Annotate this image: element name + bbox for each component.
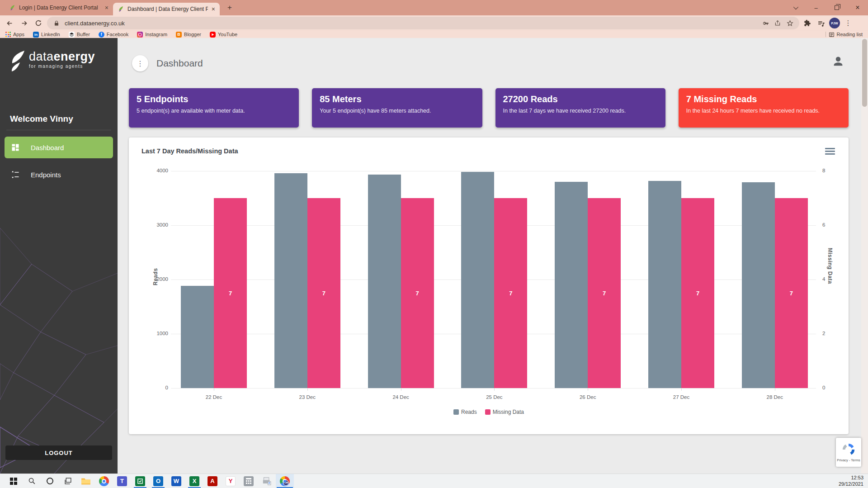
right-axis-tick-label: 8 [822, 168, 825, 173]
media-queue-icon[interactable] [816, 18, 826, 28]
tab-login[interactable]: Login | Data Energy Client Portal × [5, 0, 113, 15]
start-button[interactable] [5, 474, 23, 488]
teams-button[interactable]: T [113, 474, 131, 488]
tab-close-icon[interactable]: × [212, 5, 215, 13]
word-button[interactable]: W [167, 474, 185, 488]
excel-button[interactable]: X [185, 474, 203, 488]
bar-value-label: 7 [696, 290, 699, 297]
minimize-button[interactable]: – [806, 0, 826, 15]
x-axis-tick [307, 388, 308, 391]
bar-reads[interactable] [181, 286, 214, 388]
bookmark-facebook[interactable]: f Facebook [99, 32, 128, 38]
linkedin-icon: in [33, 32, 39, 38]
chart-legend: Reads Missing Data [129, 409, 849, 415]
legend-item-missing-data[interactable]: Missing Data [485, 409, 524, 415]
close-window-button[interactable]: × [847, 0, 868, 15]
bar-reads[interactable] [368, 175, 401, 388]
new-tab-button[interactable]: + [223, 1, 236, 14]
bar-reads[interactable] [555, 182, 588, 388]
file-explorer-button[interactable] [77, 474, 95, 488]
page-menu-button[interactable]: ⋮ [132, 55, 148, 71]
bar-missing-data[interactable]: 7 [681, 198, 714, 388]
chrome-button[interactable] [95, 474, 113, 488]
bar-missing-data[interactable]: 7 [588, 198, 621, 388]
taskbar-search-button[interactable] [23, 474, 41, 488]
legend-item-reads[interactable]: Reads [453, 409, 477, 415]
bookmark-instagram[interactable]: Instagram [137, 32, 167, 38]
chrome-icon: PJW [280, 476, 290, 486]
planner-button[interactable] [131, 474, 149, 488]
bar-reads[interactable] [742, 182, 775, 388]
right-axis-title: Missing Data [827, 248, 833, 284]
sidebar-item-endpoints[interactable]: Endpoints [5, 164, 113, 185]
bar-missing-data[interactable]: 7 [401, 198, 434, 388]
restore-button[interactable] [826, 0, 847, 15]
browser-menu-icon[interactable]: ⋮ [843, 18, 854, 28]
bookmark-buffer[interactable]: Buffer [69, 32, 90, 38]
bar-reads[interactable] [274, 173, 307, 388]
x-axis-label: 23 Dec [287, 394, 328, 400]
buffer-icon [69, 32, 75, 38]
cortana-button[interactable] [41, 474, 59, 488]
bar-missing-data[interactable]: 7 [307, 198, 340, 388]
instagram-icon [137, 32, 143, 38]
recaptcha-icon [842, 443, 855, 456]
taskbar-clock[interactable]: 12:53 29/12/2021 [839, 475, 863, 488]
bar-reads[interactable] [648, 181, 681, 388]
recaptcha-badge[interactable]: Privacy - Terms [836, 438, 861, 467]
extensions-puzzle-icon[interactable] [802, 18, 813, 28]
outlook-button[interactable]: O [149, 474, 167, 488]
bar-reads[interactable] [461, 172, 494, 388]
reading-list-button[interactable]: Reading list [829, 32, 863, 38]
card-title: 5 Endpoints [137, 94, 291, 104]
apps-grid-icon [5, 32, 11, 37]
logo-tagline: for managing agents [29, 64, 95, 69]
x-axis-tick [214, 388, 214, 391]
scanner-printer-icon [262, 477, 271, 485]
task-view-button[interactable] [59, 474, 77, 488]
acrobat-button[interactable]: A [203, 474, 222, 488]
recaptcha-privacy-terms[interactable]: Privacy - Terms [837, 458, 860, 462]
bar-missing-data[interactable]: 7 [214, 198, 247, 388]
profile-avatar[interactable]: PJW [829, 18, 840, 28]
blogger-icon: B [176, 32, 182, 38]
bookmark-apps[interactable]: Apps [5, 32, 24, 37]
share-icon[interactable] [774, 19, 782, 27]
bookmark-youtube[interactable]: YouTube [210, 32, 237, 38]
left-axis-tick-label: 1000 [156, 331, 168, 336]
chrome-profile-window-button[interactable]: PJW [276, 474, 294, 488]
bookmarks-bar: Apps in LinkedIn Buffer f Facebook Insta… [0, 31, 868, 38]
facebook-icon: f [99, 32, 104, 38]
bookmark-blogger[interactable]: B Blogger [176, 32, 201, 38]
url-bar[interactable]: client.dataenergy.co.uk [47, 17, 799, 29]
y-app-button[interactable]: Y [222, 474, 240, 488]
x-axis-label: 28 Dec [755, 394, 795, 400]
logout-button[interactable]: LOGOUT [5, 445, 112, 460]
x-axis-tick [775, 388, 775, 391]
calculator-button[interactable] [240, 474, 258, 488]
back-button[interactable] [4, 17, 15, 29]
bookmark-star-icon[interactable] [786, 19, 794, 27]
reload-button[interactable] [33, 17, 44, 29]
account-person-icon[interactable] [832, 55, 844, 68]
pjw-profile-badge: PJW [283, 480, 289, 486]
password-key-icon[interactable] [761, 19, 769, 27]
forward-button[interactable] [18, 17, 30, 29]
bar-missing-data[interactable]: 7 [494, 198, 527, 388]
chrome-icon [99, 476, 109, 486]
chart-hamburger-menu-icon[interactable] [825, 147, 835, 156]
bookmark-linkedin[interactable]: in LinkedIn [33, 32, 60, 38]
left-axis-tick-label: 3000 [156, 222, 168, 227]
card-subtitle: In the last 7 days we have received 2720… [503, 108, 658, 114]
page-scrollbar[interactable] [861, 38, 868, 474]
tab-search-chevron-icon[interactable] [785, 0, 806, 15]
scanner-button[interactable] [258, 474, 276, 488]
bar-missing-data[interactable]: 7 [775, 198, 808, 388]
tab-dashboard[interactable]: Dashboard | Data Energy Client P × [113, 3, 220, 15]
bar-value-label: 7 [603, 290, 606, 297]
url-text[interactable]: client.dataenergy.co.uk [65, 20, 757, 27]
tab-close-icon[interactable]: × [105, 4, 108, 11]
scrollbar-thumb[interactable] [862, 39, 867, 107]
windows-logo-icon [10, 478, 17, 485]
sidebar-item-dashboard[interactable]: Dashboard [5, 137, 113, 158]
